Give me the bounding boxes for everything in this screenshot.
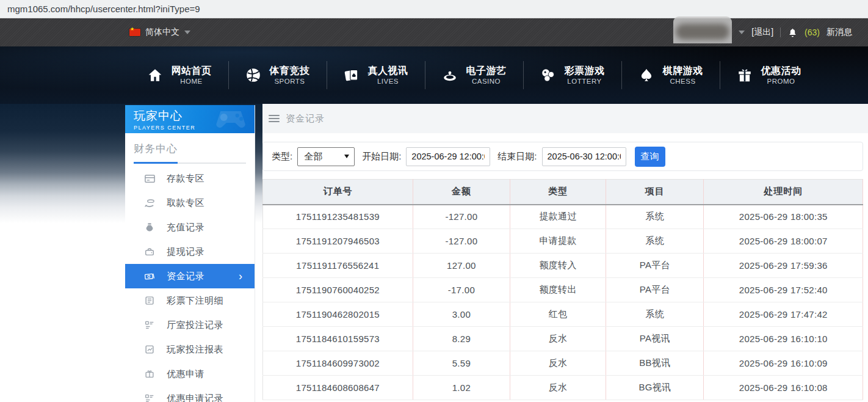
roulette-icon [441,67,458,84]
table-row: 17511846101595738.29反水PA视讯2025-06-29 16:… [263,327,863,351]
sidebar-item-label: 存款专区 [167,173,204,185]
table-cell: 系统 [606,302,704,327]
sidebar-item-玩家投注报表[interactable]: 玩家投注报表 › [125,337,255,362]
funds-table: 订单号金额类型项目处理时间 1751191235481539-127.00提款通… [262,179,863,400]
nav-item-label: 电子游艺 [466,65,507,77]
sidebar-item-label: 优惠申请记录 [167,393,223,402]
user-menu[interactable] [673,20,732,45]
chevron-down-icon [739,31,745,34]
main-nav: 网站首页 HOME 体育竞技 SPORTS 真人视讯 LIVES 电子游艺 CA… [0,46,868,104]
sidebar-item-优惠申请[interactable]: 优惠申请 › [125,362,255,386]
document-icon [143,294,156,307]
table-cell: 系统 [606,205,704,229]
start-date-label: 开始日期: [362,151,401,163]
table-row: 17511904628020153.00红包系统2025-06-29 17:47… [263,302,863,327]
sidebar-item-充值记录[interactable]: 充值记录 › [125,215,255,239]
table-row: 17511846086086471.02反水BG视讯2025-06-29 16:… [263,376,863,400]
nav-item-sublabel: HOME [180,77,203,86]
search-button[interactable]: 查询 [635,147,665,167]
topbar-right-group: [退出] (63) 新消息 [673,20,868,45]
logout-button[interactable]: [退出] [751,27,773,38]
table-cell: PA平台 [606,278,704,302]
sidebar-item-取款专区[interactable]: 取款专区 › [125,191,255,215]
nav-item-label: 棋牌游戏 [663,65,703,77]
language-label: 简体中文 [145,27,179,38]
table-cell: 系统 [606,229,704,254]
sidebar-item-彩票下注明细[interactable]: 彩票下注明细 › [125,288,255,313]
playing-cards-icon [343,67,360,84]
table-cell: 3.00 [413,302,510,327]
type-label: 类型: [272,151,292,163]
table-cell: 2025-06-29 17:59:36 [704,254,863,278]
table-cell: 1751191235481539 [263,205,413,229]
withdraw-hand-icon [143,197,156,209]
table-cell: PA平台 [606,254,704,278]
main-nav-items: 网站首页 HOME 体育竞技 SPORTS 真人视讯 LIVES 电子游艺 CA… [130,65,818,86]
table-cell: 2025-06-29 18:00:35 [704,205,863,229]
sidebar-item-label: 彩票下注明细 [167,295,223,307]
bell-icon[interactable] [787,27,798,38]
table-body: 1751191235481539-127.00提款通过系统2025-06-29 … [263,205,863,400]
nav-item[interactable]: 体育竞技 SPORTS [228,65,327,86]
sidebar-section: 财务中心 [125,133,255,164]
end-date-input[interactable] [542,147,626,166]
table-row: 1751191176556241127.00额度转入PA平台2025-06-29… [263,254,863,278]
sidebar-item-优惠申请记录[interactable]: 优惠申请记录 › [125,386,255,402]
sidebar-item-厅室投注记录[interactable]: 厅室投注记录 › [125,313,255,337]
language-selector[interactable]: 简体中文 [129,27,190,38]
table-column-header: 处理时间 [704,180,863,205]
table-cell: 1751184610159573 [263,327,413,351]
nav-item-label: 彩票游戏 [565,65,605,77]
table-cell: 申请提款 [510,229,606,254]
nav-item[interactable]: 彩票游戏 LOTTERY [523,65,621,86]
table-column-header: 金额 [413,180,510,205]
sidebar-item-label: 玩家投注报表 [167,344,223,356]
sidebar: 玩家中心 PLAYERS CENTER 财务中心 存款专区 › 取款专区 › 充… [125,105,255,402]
report-chart-icon [143,343,156,356]
username-redacted [676,24,729,40]
nav-item[interactable]: 网站首页 HOME [130,65,228,86]
browser-address-bar[interactable]: mgm1065.com/hhcp/usercenter.html?iniType… [0,0,868,18]
nav-item[interactable]: 电子游艺 CASINO [425,65,523,86]
menu-icon[interactable] [269,115,280,122]
nav-item-label: 真人视讯 [368,65,408,77]
sidebar-item-存款专区[interactable]: 存款专区 › [125,166,255,191]
nav-item[interactable]: 真人视讯 LIVES [327,65,425,86]
table-column-header: 类型 [510,180,606,205]
table-cell: 1751184608608647 [263,376,413,400]
table-row: 1751191235481539-127.00提款通过系统2025-06-29 … [263,205,863,229]
nav-item-sublabel: SPORTS [274,77,305,86]
new-messages-link[interactable]: 新消息 [826,27,852,38]
deposit-card-icon [143,172,156,185]
nav-item[interactable]: 棋牌游戏 CHESS [621,65,720,86]
table-cell: 1751191207946503 [263,229,413,254]
table-cell: 1751190760040252 [263,278,413,302]
type-select-value: 全部 [304,151,322,163]
table-column-header: 项目 [606,180,704,205]
nav-item[interactable]: 优惠活动 PROMO [720,65,818,86]
section-underline [134,163,246,164]
table-cell: 2025-06-29 16:10:10 [704,327,863,351]
sidebar-item-资金记录[interactable]: 资金记录 › [125,264,255,288]
table-cell: 额度转入 [510,254,606,278]
breadcrumb-label: 资金记录 [286,113,325,125]
filter-bar: 类型: 全部 开始日期: 结束日期: 查询 [262,142,863,171]
type-select[interactable]: 全部 [297,147,355,166]
table-cell: BG视讯 [606,376,704,400]
table-cell: 1751190462802015 [263,302,413,327]
table-cell: 2025-06-29 17:52:40 [704,278,863,302]
sidebar-item-提现记录[interactable]: 提现记录 › [125,239,255,264]
sidebar-item-label: 厅室投注记录 [167,320,223,331]
table-cell: 1751191176556241 [263,254,413,278]
sidebar-menu: 存款专区 › 取款专区 › 充值记录 › 提现记录 › 资金记录 › 彩票下注明… [125,166,255,402]
table-cell: 反水 [510,327,606,351]
table-column-header: 订单号 [263,180,413,205]
list-icon [143,392,156,402]
nav-item-sublabel: CHESS [670,77,695,86]
table-cell: 1751184609973002 [263,351,413,376]
chevron-right-icon: › [239,271,242,282]
start-date-input[interactable] [406,147,490,166]
table-cell: 2025-06-29 17:47:42 [704,302,863,327]
sidebar-item-label: 提现记录 [167,246,204,258]
table-cell: 1.02 [413,376,510,400]
